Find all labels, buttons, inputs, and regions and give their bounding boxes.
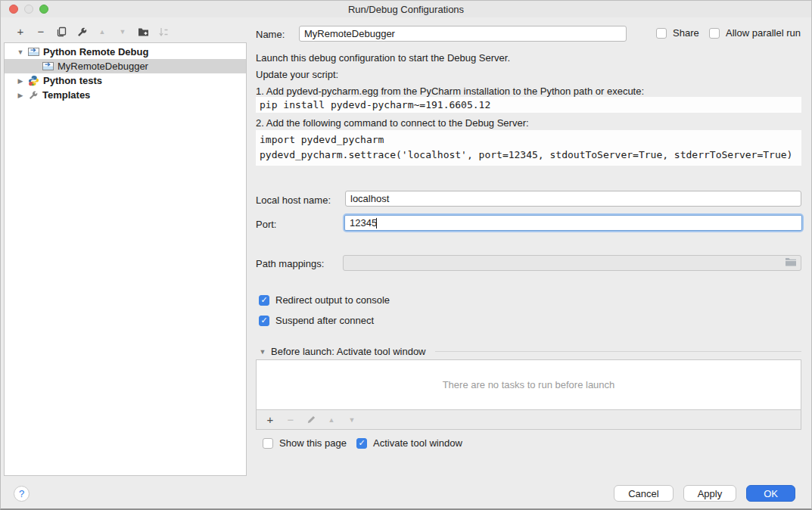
name-input[interactable]: [299, 26, 627, 42]
before-launch-title: Before launch: Activate tool window: [271, 346, 426, 357]
name-label: Name:: [256, 29, 285, 40]
instruction-line-2: Update your script:: [256, 69, 338, 80]
suspend-after-connect-label: Suspend after connect: [275, 315, 374, 326]
show-this-page-label: Show this page: [279, 437, 347, 449]
ok-button[interactable]: OK: [746, 485, 795, 502]
empty-tasks-text: There are no tasks to run before launch: [443, 379, 615, 390]
tree-item-templates[interactable]: ▶ Templates: [5, 88, 246, 102]
collapse-section-icon[interactable]: ▼: [259, 348, 266, 356]
path-mappings-input[interactable]: [343, 255, 801, 271]
allow-parallel-run-label: Allow parallel run: [726, 27, 801, 39]
allow-parallel-run-option: Allow parallel run: [709, 27, 801, 39]
tree-item-label: MyRemoteDebugger: [58, 61, 148, 72]
templates-wrench-icon: [28, 90, 39, 101]
local-host-name-input[interactable]: [345, 191, 801, 207]
before-launch-header: ▼ Before launch: Activate tool window: [259, 346, 801, 357]
remote-debug-config-icon: [42, 61, 54, 71]
remote-debug-config-icon: [28, 47, 39, 57]
tree-item-python-remote-debug[interactable]: ▼ Python Remote Debug: [5, 45, 246, 59]
sort-alphabetically-icon[interactable]: [157, 25, 170, 39]
before-launch-toolbar: + − ▲ ▼: [256, 410, 801, 430]
share-checkbox[interactable]: [656, 28, 667, 39]
show-this-page-checkbox[interactable]: [263, 438, 273, 449]
copy-configuration-icon[interactable]: [55, 25, 67, 39]
activate-tool-window-option: Activate tool window: [356, 437, 462, 449]
settrace-code-block: import pydevd_pycharm pydevd_pycharm.set…: [256, 130, 801, 166]
browse-folder-icon[interactable]: [785, 257, 797, 269]
show-this-page-option: Show this page: [263, 437, 347, 449]
dialog-buttons: Cancel Apply OK: [614, 485, 795, 502]
redirect-output-checkbox[interactable]: [259, 295, 269, 306]
section-divider: [435, 351, 801, 352]
tree-item-python-tests[interactable]: ▶ Python tests: [5, 73, 246, 88]
tree-item-myremotedebugger[interactable]: MyRemoteDebugger: [5, 59, 246, 73]
configurations-toolbar: + − ▲ ▼: [14, 24, 170, 39]
activate-tool-window-checkbox[interactable]: [356, 438, 367, 449]
instruction-step-1: 1. Add pydevd-pycharm.egg from the PyCha…: [256, 86, 644, 97]
window-title: Run/Debug Configurations: [1, 4, 811, 15]
move-up-button[interactable]: ▲: [96, 25, 108, 39]
text-caret: [376, 218, 377, 229]
redirect-output-option: Redirect output to console: [259, 294, 390, 306]
tree-item-label: Python tests: [43, 75, 102, 86]
configurations-tree: ▼ Python Remote Debug MyRemoteDebugger ▶…: [4, 42, 247, 476]
port-input[interactable]: [344, 215, 802, 231]
path-mappings-label: Path mappings:: [256, 258, 324, 269]
instruction-step-2: 2. Add the following command to connect …: [256, 117, 529, 129]
help-button[interactable]: ?: [14, 486, 30, 502]
port-label: Port:: [256, 219, 276, 230]
suspend-after-connect-option: Suspend after connect: [259, 315, 374, 326]
apply-button[interactable]: Apply: [683, 485, 737, 502]
redirect-output-label: Redirect output to console: [275, 294, 390, 306]
remove-task-button[interactable]: −: [285, 413, 297, 427]
run-debug-configurations-dialog: Run/Debug Configurations + − ▲ ▼ ▼ Pytho…: [0, 0, 812, 510]
tree-item-label: Templates: [42, 89, 90, 101]
edit-task-pencil-icon[interactable]: [305, 413, 317, 427]
remove-configuration-button[interactable]: −: [35, 25, 47, 39]
settrace-code-line-1: import pydevd_pycharm: [260, 132, 801, 148]
move-task-down-button[interactable]: ▼: [346, 413, 358, 427]
local-host-name-label: Local host name:: [256, 194, 331, 206]
move-task-up-button[interactable]: ▲: [325, 413, 338, 427]
pip-install-code: pip install pydevd-pycharm~=191.6605.12: [256, 97, 801, 113]
instruction-line-1: Launch this debug configuration to start…: [256, 52, 510, 64]
new-folder-icon[interactable]: [137, 25, 149, 39]
chevron-right-icon[interactable]: ▶: [17, 77, 24, 85]
chevron-right-icon[interactable]: ▶: [17, 92, 24, 99]
add-task-button[interactable]: +: [264, 413, 276, 427]
settrace-code-line-2: pydevd_pycharm.settrace('localhost', por…: [260, 148, 801, 163]
edit-templates-wrench-icon[interactable]: [76, 25, 88, 39]
activate-tool-window-label: Activate tool window: [373, 437, 462, 449]
python-tests-icon: [28, 75, 39, 86]
chevron-down-icon[interactable]: ▼: [17, 48, 24, 56]
add-configuration-button[interactable]: +: [14, 25, 26, 39]
cancel-button[interactable]: Cancel: [614, 485, 673, 502]
suspend-after-connect-checkbox[interactable]: [259, 316, 269, 326]
titlebar: Run/Debug Configurations: [1, 1, 811, 17]
move-down-button[interactable]: ▼: [117, 25, 129, 39]
allow-parallel-run-checkbox[interactable]: [709, 28, 720, 39]
share-label: Share: [673, 27, 699, 39]
before-launch-task-list[interactable]: There are no tasks to run before launch: [256, 359, 801, 410]
port-field-focus-ring: [343, 213, 804, 232]
share-option: Share: [656, 27, 699, 39]
tree-item-label: Python Remote Debug: [43, 46, 148, 58]
